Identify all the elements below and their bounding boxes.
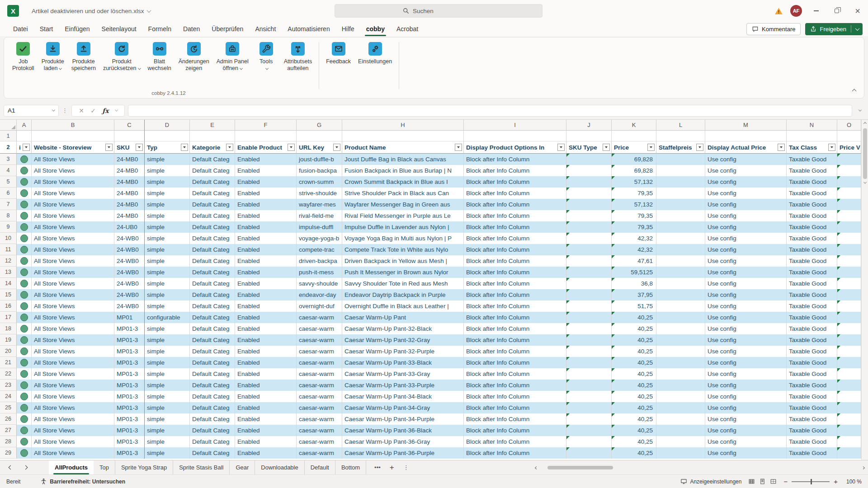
sheet-tab-bottom[interactable]: Bottom: [335, 460, 366, 474]
cell-A9[interactable]: [17, 221, 32, 233]
cell-O29[interactable]: [837, 447, 861, 459]
cell-E24[interactable]: Default Categ: [190, 391, 235, 402]
filter-button[interactable]: [696, 144, 703, 151]
zoom-in-button[interactable]: +: [834, 478, 838, 485]
row-number-15[interactable]: 15: [0, 289, 17, 300]
cell-M25[interactable]: Use config: [705, 402, 787, 413]
cell-G29[interactable]: caesar-warm: [297, 447, 342, 459]
avatar[interactable]: AF: [790, 5, 802, 17]
cell-E3[interactable]: Default Categ: [190, 154, 235, 165]
cell-F8[interactable]: Enabled: [235, 210, 297, 221]
cell-K20[interactable]: 40,25: [612, 346, 656, 357]
cell-H18[interactable]: Caesar Warm-Up Pant-32-Black: [342, 323, 464, 334]
cell-F14[interactable]: Enabled: [235, 278, 297, 289]
cell-G17[interactable]: caesar-warm: [297, 312, 342, 323]
cell-E11[interactable]: Default Categ: [190, 244, 235, 255]
cell-O15[interactable]: [837, 289, 861, 300]
column-header-H[interactable]: H: [342, 120, 464, 131]
cell-H3[interactable]: Joust Duffle Bag in Black aus Canvas: [342, 154, 464, 165]
cell-E1[interactable]: [190, 131, 235, 141]
cell-L11[interactable]: [656, 244, 705, 255]
cell-H8[interactable]: Rival Field Messenger in Purple aus Le: [342, 210, 464, 221]
cell-O28[interactable]: [837, 436, 861, 447]
page-layout-view-icon[interactable]: [759, 478, 766, 485]
cell-E9[interactable]: Default Categ: [190, 221, 235, 233]
row-number-24[interactable]: 24: [0, 391, 17, 402]
cell-H10[interactable]: Voyage Yoga Bag in Multi aus Nylon | P: [342, 233, 464, 244]
cell-F24[interactable]: Enabled: [235, 391, 297, 402]
cell-B21[interactable]: All Store Views: [32, 357, 114, 368]
document-title[interactable]: Artikel deaktivieren und oder löschen.xl…: [32, 8, 151, 14]
cell-D20[interactable]: simple: [145, 346, 190, 357]
cell-A22[interactable]: [17, 368, 32, 380]
cell-A11[interactable]: [17, 244, 32, 255]
cell-A23[interactable]: [17, 380, 32, 391]
row-number-4[interactable]: 4: [0, 165, 17, 176]
header-cell-website[interactable]: Website - Storeview: [32, 141, 114, 154]
header-cell-staffelpreis[interactable]: Staffelpreis: [656, 141, 705, 154]
cell-E23[interactable]: Default Categ: [190, 380, 235, 391]
cell-I4[interactable]: Block after Info Column: [464, 165, 566, 176]
cell-G27[interactable]: caesar-warm: [297, 425, 342, 436]
cell-G15[interactable]: endeavor-day: [297, 289, 342, 300]
cell-M8[interactable]: Use config: [705, 210, 787, 221]
cell-L6[interactable]: [656, 188, 705, 199]
cell-E8[interactable]: Default Categ: [190, 210, 235, 221]
cell-F15[interactable]: Enabled: [235, 289, 297, 300]
insert-function-icon[interactable]: ƒx: [102, 107, 108, 114]
cell-K17[interactable]: 40,25: [612, 312, 656, 323]
cell-D4[interactable]: simple: [145, 165, 190, 176]
cell-N18[interactable]: Taxable Good: [787, 323, 837, 334]
cell-I14[interactable]: Block after Info Column: [464, 278, 566, 289]
ribbon-tab-seitenlayout[interactable]: Seitenlayout: [96, 22, 142, 36]
cell-B9[interactable]: All Store Views: [32, 221, 114, 233]
cell-G1[interactable]: [297, 131, 342, 141]
cell-I21[interactable]: Block after Info Column: [464, 357, 566, 368]
cell-A25[interactable]: [17, 402, 32, 413]
cell-N28[interactable]: Taxable Good: [787, 436, 837, 447]
cell-K7[interactable]: 57,132: [612, 199, 656, 210]
cell-L16[interactable]: [656, 300, 705, 312]
enter-icon[interactable]: ✓: [90, 107, 96, 114]
cell-H29[interactable]: Caesar Warm-Up Pant-36-Purple: [342, 447, 464, 459]
cell-E15[interactable]: Default Categ: [190, 289, 235, 300]
cell-A16[interactable]: [17, 300, 32, 312]
cell-I8[interactable]: Block after Info Column: [464, 210, 566, 221]
cell-G26[interactable]: caesar-warm: [297, 413, 342, 425]
cell-B29[interactable]: All Store Views: [32, 447, 114, 459]
cell-N19[interactable]: Taxable Good: [787, 334, 837, 346]
more-sheets-icon[interactable]: •••: [374, 464, 381, 471]
cell-G9[interactable]: impulse-duffl: [297, 221, 342, 233]
cell-B7[interactable]: All Store Views: [32, 199, 114, 210]
cell-C20[interactable]: MP01-3: [114, 346, 145, 357]
cell-A7[interactable]: [17, 199, 32, 210]
cell-G14[interactable]: savvy-shoulde: [297, 278, 342, 289]
sheet-tab-sprite-yoga-strap[interactable]: Sprite Yoga Strap: [115, 460, 173, 474]
cell-F5[interactable]: Enabled: [235, 176, 297, 188]
cell-H26[interactable]: Caesar Warm-Up Pant-34-Purple: [342, 413, 464, 425]
cell-E12[interactable]: Default Categ: [190, 255, 235, 267]
previous-sheet-icon[interactable]: [9, 465, 13, 470]
cell-J23[interactable]: [566, 380, 612, 391]
excel-app-icon[interactable]: X: [7, 5, 19, 17]
cell-G7[interactable]: wayfarer-mes: [297, 199, 342, 210]
filter-button[interactable]: [828, 144, 835, 151]
cell-C8[interactable]: 24-MB0: [114, 210, 145, 221]
cell-C6[interactable]: 24-MB0: [114, 188, 145, 199]
cell-L5[interactable]: [656, 176, 705, 188]
cell-J15[interactable]: [566, 289, 612, 300]
cell-O13[interactable]: [837, 267, 861, 278]
cell-J6[interactable]: [566, 188, 612, 199]
cell-O6[interactable]: [837, 188, 861, 199]
cell-C24[interactable]: MP01-3: [114, 391, 145, 402]
next-sheet-icon[interactable]: [24, 465, 28, 470]
cell-C4[interactable]: 24-MB0: [114, 165, 145, 176]
cell-E22[interactable]: Default Categ: [190, 368, 235, 380]
sheet-tab-gear[interactable]: Gear: [230, 460, 255, 474]
cell-N21[interactable]: Taxable Good: [787, 357, 837, 368]
produkte-speichern-button[interactable]: Produktespeichern: [68, 41, 99, 73]
cell-D18[interactable]: simple: [145, 323, 190, 334]
cell-K4[interactable]: 69,828: [612, 165, 656, 176]
cell-G16[interactable]: overnight-duf: [297, 300, 342, 312]
horizontal-scrollbar-track[interactable]: [541, 465, 859, 470]
